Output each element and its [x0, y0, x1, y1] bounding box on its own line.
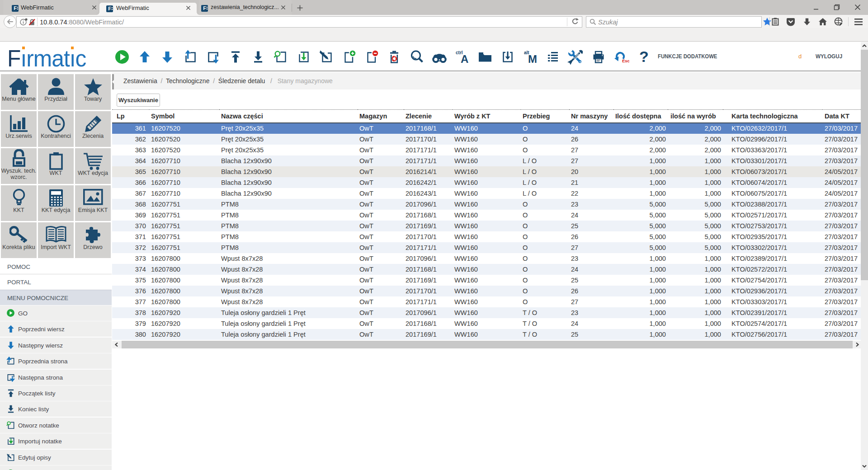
svg-text:?: ?: [639, 49, 649, 65]
svg-text:M: M: [528, 53, 537, 65]
svg-text:A: A: [461, 53, 468, 65]
svg-text:Esc: Esc: [622, 58, 629, 63]
